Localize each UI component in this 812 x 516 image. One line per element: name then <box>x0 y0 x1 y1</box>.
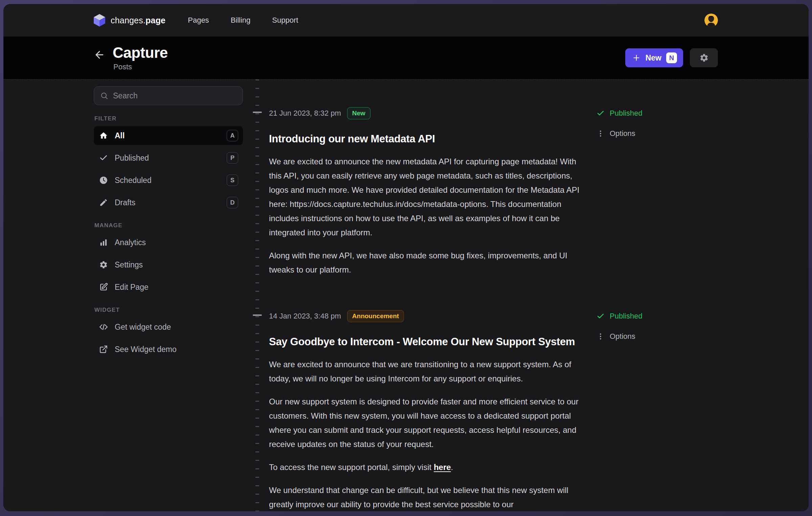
sidebar-section-filter: FILTER <box>94 115 243 122</box>
sidebar-item-all[interactable]: All A <box>94 126 243 145</box>
app-window: changes.page Pages Billing Support Captu… <box>3 4 809 511</box>
shortcut-badge-p: P <box>227 152 238 164</box>
post-date: 14 Jan 2023, 3:48 pm <box>269 312 341 321</box>
page-settings-button[interactable] <box>690 48 718 67</box>
new-button-label: New <box>646 53 661 63</box>
page-title: Capture <box>113 44 168 61</box>
sidebar-item-label: Edit Page <box>115 283 238 292</box>
post-options-button[interactable]: Options <box>596 330 642 343</box>
nav-links: Pages Billing Support <box>188 16 298 25</box>
page-titles: Capture Posts <box>113 44 168 71</box>
sidebar-item-analytics[interactable]: Analytics <box>94 233 243 252</box>
bar-chart-icon <box>99 238 108 247</box>
nav-link-pages[interactable]: Pages <box>188 16 209 25</box>
dots-vertical-icon <box>596 130 605 138</box>
post-paragraph: We are excited to announce that we are t… <box>269 357 587 386</box>
post-date-row: 21 Jun 2023, 8:32 pm New <box>269 107 587 120</box>
post-badge-new: New <box>347 107 370 119</box>
sidebar-item-label: Published <box>115 154 220 163</box>
search-box <box>94 86 243 105</box>
sidebar-item-label: Settings <box>115 260 238 269</box>
sidebar-item-label: Get widget code <box>115 323 238 332</box>
cube-logo-icon <box>94 14 105 27</box>
post-meta: Published Options <box>596 107 642 277</box>
sidebar-item-get-widget-code[interactable]: Get widget code <box>94 318 243 336</box>
top-nav: changes.page Pages Billing Support <box>3 4 809 37</box>
sidebar-item-edit-page[interactable]: Edit Page <box>94 278 243 297</box>
post-paragraph: We understand that change can be difficu… <box>269 483 587 511</box>
status-label: Published <box>610 109 642 118</box>
post-paragraph: Along with the new API, we have also mad… <box>269 249 587 277</box>
edit-square-icon <box>99 283 108 291</box>
clock-icon <box>99 176 108 185</box>
post-item: 21 Jun 2023, 8:32 pm New Introducing our… <box>269 107 809 277</box>
timeline-marker <box>253 112 262 113</box>
timeline-marker <box>253 314 262 316</box>
search-input[interactable] <box>113 91 236 100</box>
sidebar-section-manage: MANAGE <box>94 222 243 229</box>
sidebar-item-see-widget-demo[interactable]: See Widget demo <box>94 340 243 359</box>
brand-name: changes.page <box>111 16 165 25</box>
sidebar-item-settings[interactable]: Settings <box>94 255 243 274</box>
shortcut-badge-a: A <box>227 130 238 141</box>
gear-icon <box>99 260 108 269</box>
sidebar-item-label: All <box>115 131 220 140</box>
post-date: 21 Jun 2023, 8:32 pm <box>269 109 341 118</box>
home-icon <box>99 131 108 140</box>
brand-logo-link[interactable]: changes.page <box>94 14 165 27</box>
new-shortcut-badge: N <box>666 52 677 63</box>
post-options-button[interactable]: Options <box>596 127 642 140</box>
post-title: Say Goodbye to Intercom - Welcome Our Ne… <box>269 335 587 349</box>
link-paragraph-text: To access the new support portal, simply… <box>269 463 434 472</box>
options-label: Options <box>610 332 635 341</box>
post-status: Published <box>596 310 642 322</box>
nav-link-support[interactable]: Support <box>272 16 298 25</box>
post-paragraph: We are excited to announce the new metad… <box>269 155 587 240</box>
content-area: FILTER All A Published P S <box>3 79 809 511</box>
new-post-button[interactable]: New N <box>625 48 683 67</box>
sidebar-section-widget: WIDGET <box>94 307 243 313</box>
page-header: Capture Posts New N <box>3 37 809 79</box>
sidebar: FILTER All A Published P S <box>94 86 243 362</box>
sidebar-item-label: See Widget demo <box>115 345 238 354</box>
dots-vertical-icon <box>596 332 605 341</box>
search-icon <box>100 92 108 100</box>
post-badge-announcement: Announcement <box>347 310 404 322</box>
post-paragraph: Our new support system is designed to pr… <box>269 395 587 451</box>
posts-feed: 21 Jun 2023, 8:32 pm New Introducing our… <box>269 79 809 511</box>
post-date-row: 14 Jan 2023, 3:48 pm Announcement <box>269 309 587 323</box>
status-label: Published <box>610 312 642 321</box>
nav-link-billing[interactable]: Billing <box>231 16 251 25</box>
sidebar-item-label: Scheduled <box>115 176 220 185</box>
shortcut-badge-d: D <box>227 197 238 208</box>
gear-icon <box>699 53 709 63</box>
post-paragraph: To access the new support portal, simply… <box>269 460 587 474</box>
check-icon <box>596 109 605 117</box>
sidebar-item-label: Drafts <box>115 198 220 207</box>
code-icon <box>99 323 108 331</box>
link-paragraph-text: . <box>451 463 453 472</box>
post-status: Published <box>596 107 642 119</box>
header-actions: New N <box>625 48 718 67</box>
post-item: 14 Jan 2023, 3:48 pm Announcement Say Go… <box>269 309 809 511</box>
external-link-icon <box>99 345 108 354</box>
sidebar-item-scheduled[interactable]: Scheduled S <box>94 171 243 190</box>
post-meta: Published Options <box>596 309 642 511</box>
support-portal-link[interactable]: here <box>434 463 451 472</box>
sidebar-item-label: Analytics <box>115 238 238 247</box>
timeline-dashed-line <box>255 79 259 511</box>
post-body: We are excited to announce that we are t… <box>269 357 587 511</box>
post-body: We are excited to announce the new metad… <box>269 155 587 277</box>
sidebar-item-published[interactable]: Published P <box>94 148 243 167</box>
plus-icon <box>632 53 641 62</box>
options-label: Options <box>610 129 635 138</box>
pencil-icon <box>99 198 108 207</box>
page-subtitle: Posts <box>113 63 168 71</box>
check-icon <box>99 154 108 162</box>
check-icon <box>596 312 605 320</box>
user-avatar[interactable] <box>704 14 718 27</box>
sidebar-item-drafts[interactable]: Drafts D <box>94 193 243 212</box>
avatar-image <box>704 14 718 27</box>
back-arrow-icon[interactable] <box>94 49 105 61</box>
shortcut-badge-s: S <box>227 174 238 186</box>
